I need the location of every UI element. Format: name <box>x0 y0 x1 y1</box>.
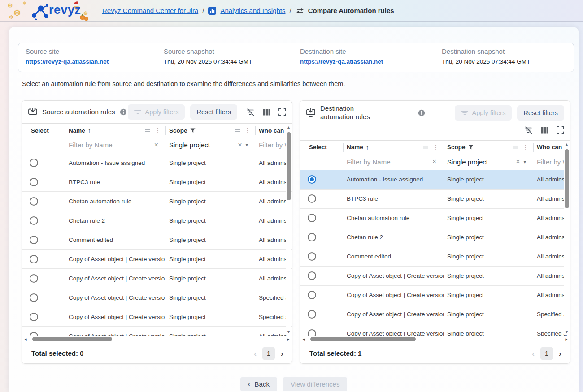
table-row[interactable]: Comment editedSingle projectAll admins <box>300 247 570 267</box>
table-row[interactable]: Copy of Asset object | Create versionSin… <box>22 288 292 307</box>
row-select-radio[interactable] <box>30 159 38 167</box>
scroll-left-icon[interactable]: ◂ <box>302 337 305 342</box>
scroll-down-icon[interactable]: ▾ <box>287 329 290 335</box>
column-menu-icon[interactable]: ⋮ <box>244 127 251 134</box>
chevron-down-icon[interactable]: ▾ <box>523 159 526 165</box>
row-select-radio[interactable] <box>308 233 316 241</box>
table-row[interactable]: Copy of Asset object | Create versionSin… <box>22 307 292 327</box>
previous-page-icon[interactable]: ‹ <box>532 349 535 358</box>
columns-icon[interactable] <box>263 108 271 116</box>
breadcrumb-section-link[interactable]: Analytics and Insights <box>220 7 285 14</box>
column-header-scope[interactable]: Scope ⋮ <box>165 124 255 137</box>
revyz-logo[interactable]: ❅ ❆ ❅ ✻ ❅ ❆ revyz <box>6 0 94 21</box>
source-site-link[interactable]: https://revyz-qa.atlassian.net <box>26 58 109 65</box>
info-icon[interactable] <box>120 108 127 116</box>
clear-all-filters-icon[interactable] <box>524 126 533 134</box>
row-select-radio[interactable] <box>30 332 38 336</box>
scope-filter-select[interactable]: Single project × ▾ <box>447 156 526 168</box>
table-row[interactable]: Copy of Asset object | Create versionSin… <box>300 286 570 305</box>
table-row[interactable]: Copy of Asset object | Create versionSin… <box>300 305 570 324</box>
column-resize-icon[interactable] <box>423 145 429 149</box>
name-filter-input[interactable] <box>347 158 431 166</box>
table-row[interactable]: Copy of Asset object | Create versionSin… <box>22 250 292 269</box>
page-number[interactable]: 1 <box>540 347 553 360</box>
reset-filters-button[interactable]: Reset filters <box>190 104 237 120</box>
view-differences-button[interactable]: View differences <box>283 377 348 391</box>
row-select-radio[interactable] <box>308 175 316 184</box>
reset-filters-button[interactable]: Reset filters <box>517 105 564 121</box>
chevron-down-icon[interactable]: ▾ <box>245 142 248 148</box>
back-button[interactable]: ‹ Back <box>240 377 277 391</box>
apply-filters-button[interactable]: Apply filters <box>128 104 185 120</box>
table-row[interactable]: Copy of Asset object | Create versionSin… <box>22 327 292 336</box>
column-resize-icon[interactable] <box>145 129 151 133</box>
column-header-name[interactable]: Name ↑ ⋮ <box>343 141 444 154</box>
name-filter-input[interactable] <box>69 141 153 149</box>
clear-name-filter-icon[interactable]: × <box>431 158 437 165</box>
sort-ascending-icon[interactable]: ↑ <box>366 144 369 151</box>
column-resize-icon[interactable] <box>235 129 240 133</box>
page-number[interactable]: 1 <box>262 347 275 360</box>
table-row[interactable]: Comment editedSingle projectAll admins <box>22 230 292 250</box>
row-select-radio[interactable] <box>308 271 316 280</box>
row-select-radio[interactable] <box>308 310 316 319</box>
table-row[interactable]: Chetan rule 2Single projectAll admins <box>22 211 292 230</box>
column-menu-icon[interactable]: ⋮ <box>155 127 161 134</box>
breadcrumb-root-link[interactable]: Revyz Command Center for Jira <box>102 7 198 14</box>
fullscreen-icon[interactable] <box>278 108 286 116</box>
row-select-radio[interactable] <box>308 252 316 261</box>
table-row[interactable]: Automation - Issue assignedSingle projec… <box>300 170 570 190</box>
row-select-radio[interactable] <box>308 291 316 299</box>
table-row[interactable]: BTPC3 ruleSingle projectAll admins <box>22 172 292 192</box>
horizontal-scroll-thumb[interactable] <box>32 337 112 341</box>
scroll-right-icon[interactable]: ▸ <box>287 337 290 342</box>
vertical-scrollbar[interactable]: ▴ ▾ <box>564 142 570 335</box>
table-row[interactable]: Chetan automation ruleSingle projectAll … <box>22 192 292 211</box>
row-select-radio[interactable] <box>308 214 316 222</box>
scroll-left-icon[interactable]: ◂ <box>24 337 27 342</box>
columns-icon[interactable] <box>541 126 549 134</box>
scroll-right-icon[interactable]: ▸ <box>565 337 568 342</box>
scroll-up-icon[interactable]: ▴ <box>287 125 290 130</box>
clear-scope-filter-icon[interactable]: × <box>515 158 521 165</box>
table-row[interactable]: Automation - Issue assignedSingle projec… <box>22 153 292 172</box>
vertical-scrollbar[interactable]: ▴ ▾ <box>286 125 292 335</box>
horizontal-scrollbar[interactable]: ◂ ▸ <box>22 336 292 343</box>
previous-page-icon[interactable]: ‹ <box>254 349 257 358</box>
next-page-icon[interactable]: › <box>280 349 283 358</box>
row-select-radio[interactable] <box>308 329 316 336</box>
info-icon[interactable] <box>418 109 425 116</box>
horizontal-scroll-thumb[interactable] <box>310 337 416 341</box>
column-header-scope[interactable]: Scope ⋮ <box>444 141 533 154</box>
row-select-radio[interactable] <box>30 313 38 321</box>
table-row[interactable]: Copy of Asset object | Create versionSin… <box>300 324 570 336</box>
table-row[interactable]: Copy of Asset object | Create versionSin… <box>22 269 292 288</box>
column-header-name[interactable]: Name ↑ ⋮ <box>65 124 165 137</box>
scroll-down-icon[interactable]: ▾ <box>566 329 568 335</box>
column-resize-icon[interactable] <box>513 145 518 149</box>
table-row[interactable]: BTPC3 ruleSingle projectAll admins <box>300 190 570 209</box>
vertical-scroll-thumb[interactable] <box>565 149 569 208</box>
table-row[interactable]: Copy of Asset object | Create versionSin… <box>300 267 570 286</box>
clear-scope-filter-icon[interactable]: × <box>237 142 243 149</box>
vertical-scroll-thumb[interactable] <box>287 132 291 200</box>
clear-all-filters-icon[interactable] <box>246 108 255 116</box>
destination-site-link[interactable]: https://revyz-qa.atlassian.net <box>300 58 383 65</box>
clear-name-filter-icon[interactable]: × <box>153 142 159 149</box>
row-select-radio[interactable] <box>30 255 38 263</box>
row-select-radio[interactable] <box>308 194 316 203</box>
column-menu-icon[interactable]: ⋮ <box>433 144 439 151</box>
row-select-radio[interactable] <box>30 293 38 302</box>
row-select-radio[interactable] <box>30 216 38 225</box>
column-menu-icon[interactable]: ⋮ <box>522 144 529 151</box>
scroll-up-icon[interactable]: ▴ <box>566 142 568 147</box>
horizontal-scrollbar[interactable]: ◂ ▸ <box>300 336 570 343</box>
table-row[interactable]: Chetan rule 2Single projectAll admins <box>300 228 570 247</box>
row-select-radio[interactable] <box>30 197 38 206</box>
apply-filters-button[interactable]: Apply filters <box>455 105 512 121</box>
fullscreen-icon[interactable] <box>557 126 564 134</box>
row-select-radio[interactable] <box>30 236 38 244</box>
scope-filter-select[interactable]: Single project × ▾ <box>169 139 248 151</box>
row-select-radio[interactable] <box>30 178 38 186</box>
table-row[interactable]: Chetan automation ruleSingle projectAll … <box>300 209 570 228</box>
